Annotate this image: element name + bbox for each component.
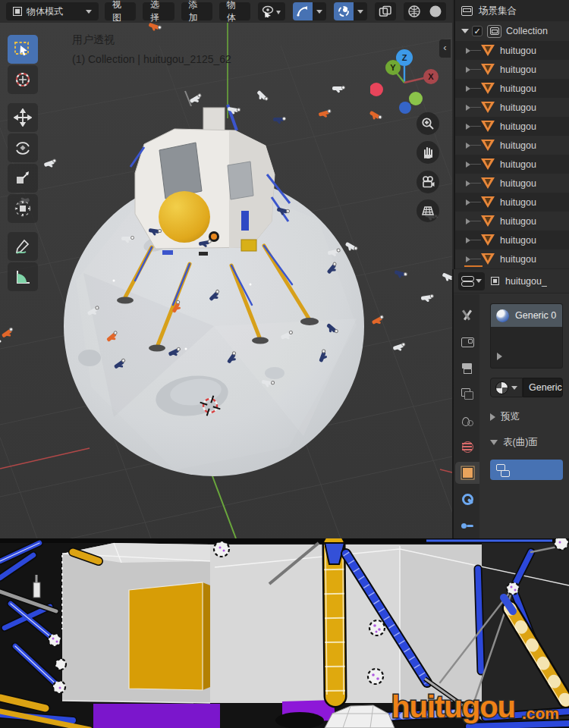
tree-connector bbox=[470, 88, 481, 89]
selectability-dropdown[interactable] bbox=[258, 2, 285, 20]
outliner-item-label[interactable]: huitugou bbox=[500, 46, 569, 56]
orthographic-toggle-button[interactable] bbox=[417, 199, 439, 222]
outliner-item-label[interactable]: huitugou bbox=[500, 159, 569, 170]
expand-arrow-icon[interactable] bbox=[466, 162, 470, 168]
properties-tab-object[interactable] bbox=[455, 462, 479, 485]
duplicate-display-button[interactable] bbox=[375, 2, 396, 20]
3d-viewport[interactable]: 用户透视 (1) Collection | huitugou_2125_62 bbox=[0, 23, 452, 538]
browse-material-button[interactable] bbox=[490, 378, 523, 397]
outliner-item-label[interactable]: huitugou bbox=[500, 64, 569, 75]
collection-checkbox[interactable]: ✓ bbox=[472, 26, 483, 36]
outliner-item-row[interactable]: huitugou bbox=[455, 231, 569, 249]
outliner-item-label[interactable]: huitugou bbox=[500, 140, 569, 151]
expand-arrow-icon[interactable] bbox=[466, 199, 470, 206]
mesh-data-icon bbox=[481, 64, 495, 75]
cursor-tool[interactable] bbox=[8, 65, 38, 94]
expand-arrow-icon[interactable] bbox=[466, 237, 470, 243]
properties-tab-vlayer[interactable] bbox=[455, 383, 479, 406]
expand-arrow-icon[interactable] bbox=[466, 180, 470, 187]
menu-物体[interactable]: 物体 bbox=[219, 2, 250, 20]
properties-tab-scene[interactable] bbox=[455, 409, 479, 431]
expand-arrow-icon[interactable] bbox=[466, 86, 470, 92]
rotate-tool[interactable] bbox=[8, 133, 38, 162]
navigation-gizmo[interactable]: Z Y X bbox=[370, 33, 446, 117]
expand-arrow-icon[interactable] bbox=[466, 48, 470, 54]
expand-arrow-icon[interactable] bbox=[466, 67, 470, 73]
viewport-toolbar bbox=[8, 35, 38, 291]
move-tool[interactable] bbox=[8, 103, 38, 132]
outliner-item-label[interactable]: huitugou bbox=[500, 178, 569, 189]
menu-视图[interactable]: 视图 bbox=[105, 2, 136, 20]
expand-arrow-icon[interactable] bbox=[466, 124, 470, 130]
outliner-item-row[interactable]: huitugou bbox=[455, 155, 569, 174]
collapse-open-icon[interactable] bbox=[461, 29, 469, 33]
annotate-tool[interactable] bbox=[8, 232, 38, 261]
active-row-marker bbox=[464, 265, 483, 267]
solid-shading-button[interactable] bbox=[425, 2, 446, 20]
outliner-item-label[interactable]: huitugou bbox=[500, 254, 569, 265]
outliner-item-row[interactable]: huitugou bbox=[455, 79, 569, 98]
menu-选择[interactable]: 选择 bbox=[143, 2, 174, 20]
camera-view-button[interactable] bbox=[417, 171, 439, 193]
outliner-item-row[interactable]: huitugou bbox=[455, 41, 569, 60]
collection-row[interactable]: ✓ Collection bbox=[455, 21, 569, 41]
outliner-item-row[interactable]: huitugou bbox=[455, 117, 569, 136]
properties-tab-tool[interactable] bbox=[455, 304, 479, 327]
transform-tool[interactable] bbox=[8, 194, 38, 223]
outliner-item-row[interactable]: huitugou bbox=[455, 60, 569, 79]
outliner-item-row[interactable]: huitugou bbox=[455, 193, 569, 212]
tree-connector bbox=[470, 221, 481, 221]
astronaut-figure[interactable] bbox=[121, 237, 132, 240]
snap-control[interactable] bbox=[293, 2, 326, 20]
measure-tool[interactable] bbox=[8, 262, 38, 291]
pan-hand-button[interactable] bbox=[417, 141, 439, 164]
axis-neg-ball[interactable] bbox=[399, 102, 411, 114]
material-slot-row[interactable]: Generic 01 bbox=[491, 304, 562, 327]
outliner-item-row[interactable]: huitugou bbox=[455, 212, 569, 231]
editor-type-selector[interactable] bbox=[458, 272, 485, 290]
zoom-button[interactable] bbox=[417, 112, 439, 135]
outliner-item-label[interactable]: huitugou bbox=[500, 102, 569, 113]
select-box-tool[interactable] bbox=[8, 35, 38, 64]
outliner-item-row[interactable]: huitugou bbox=[455, 136, 569, 155]
outliner-item-label[interactable]: huitugou bbox=[500, 83, 569, 94]
properties-tab-output[interactable] bbox=[455, 356, 479, 379]
menu-添加[interactable]: 添加 bbox=[181, 2, 212, 20]
expand-arrow-icon[interactable] bbox=[466, 218, 470, 224]
sidebar-collapse-arrow[interactable]: ‹ bbox=[439, 39, 451, 58]
outliner-item-row[interactable]: huitugou bbox=[455, 98, 569, 117]
snap-toggle[interactable] bbox=[293, 2, 313, 20]
use-nodes-button[interactable] bbox=[490, 460, 563, 480]
mode-selector[interactable]: 物体模式 bbox=[6, 2, 99, 20]
outliner-item-label[interactable]: huitugou bbox=[500, 197, 569, 208]
proportional-toggle[interactable] bbox=[334, 2, 354, 20]
preview-section-header[interactable]: 预览 bbox=[490, 410, 563, 423]
outliner-item-row[interactable]: huitugou bbox=[455, 174, 569, 193]
material-datablock-row: Generic 0 bbox=[490, 378, 563, 397]
material-name-field[interactable]: Generic 0 bbox=[523, 378, 563, 397]
axis-neg-ball[interactable] bbox=[409, 92, 423, 105]
astronaut-figure[interactable] bbox=[332, 86, 343, 90]
outliner-item-label[interactable]: huitugou bbox=[500, 216, 569, 227]
outliner-item-label[interactable]: huitugou bbox=[500, 235, 569, 246]
astronaut-figure[interactable] bbox=[273, 118, 284, 121]
proportional-dropdown[interactable] bbox=[354, 2, 367, 20]
snap-dropdown[interactable] bbox=[313, 2, 326, 20]
proportional-edit-control[interactable] bbox=[334, 2, 367, 20]
expand-arrow-icon[interactable] bbox=[466, 143, 470, 149]
scale-tool[interactable] bbox=[8, 164, 38, 193]
properties-tab-render[interactable] bbox=[455, 330, 479, 353]
surface-section-header[interactable]: 表(曲)面 bbox=[490, 436, 563, 449]
properties-tab-world[interactable] bbox=[455, 435, 479, 458]
properties-tab-phys[interactable] bbox=[455, 514, 479, 537]
expand-arrow-icon[interactable] bbox=[466, 256, 470, 262]
mode-label: 物体模式 bbox=[27, 5, 63, 18]
properties-tab-mod[interactable] bbox=[455, 488, 479, 510]
expand-arrow-icon[interactable] bbox=[466, 105, 470, 111]
slot-expand-arrow[interactable] bbox=[497, 353, 502, 360]
collection-label[interactable]: Collection bbox=[506, 26, 569, 36]
wireframe-shading-button[interactable] bbox=[404, 2, 425, 20]
outliner-item-label[interactable]: huitugou bbox=[500, 121, 569, 132]
axis-neg-ball[interactable] bbox=[370, 83, 383, 96]
shading-mode-control bbox=[404, 2, 446, 20]
